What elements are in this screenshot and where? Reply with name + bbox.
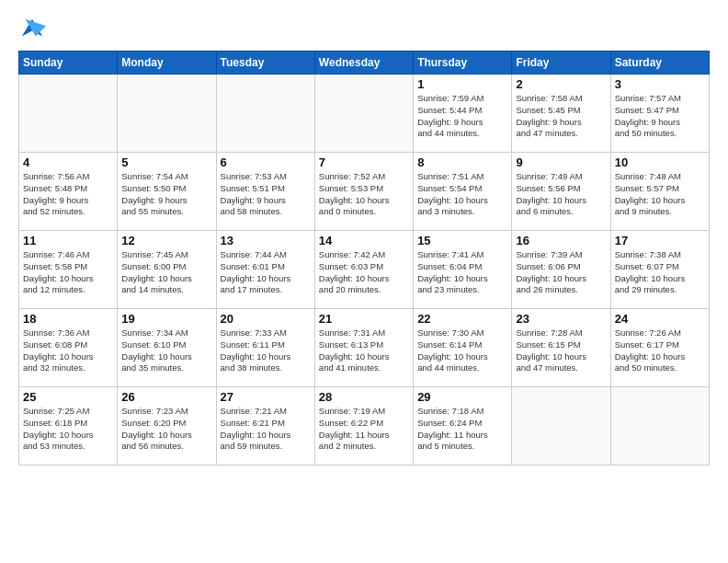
calendar-cell: 2Sunrise: 7:58 AM Sunset: 5:45 PM Daylig…: [512, 75, 610, 153]
day-info: Sunrise: 7:18 AM Sunset: 6:24 PM Dayligh…: [417, 406, 507, 453]
calendar-cell: 22Sunrise: 7:30 AM Sunset: 6:14 PM Dayli…: [414, 309, 512, 387]
calendar-cell: 9Sunrise: 7:49 AM Sunset: 5:56 PM Daylig…: [512, 153, 610, 231]
week-row-2: 4Sunrise: 7:56 AM Sunset: 5:48 PM Daylig…: [19, 153, 710, 231]
day-info: Sunrise: 7:52 AM Sunset: 5:53 PM Dayligh…: [319, 171, 409, 218]
calendar-cell: 13Sunrise: 7:44 AM Sunset: 6:01 PM Dayli…: [216, 231, 314, 309]
day-number: 5: [121, 155, 211, 169]
calendar-cell: 6Sunrise: 7:53 AM Sunset: 5:51 PM Daylig…: [216, 153, 314, 231]
day-number: 16: [516, 234, 606, 247]
week-row-3: 11Sunrise: 7:46 AM Sunset: 5:58 PM Dayli…: [19, 231, 710, 309]
day-info: Sunrise: 7:28 AM Sunset: 6:15 PM Dayligh…: [516, 327, 606, 374]
day-info: Sunrise: 7:41 AM Sunset: 6:04 PM Dayligh…: [417, 249, 507, 296]
day-info: Sunrise: 7:57 AM Sunset: 5:47 PM Dayligh…: [615, 93, 705, 140]
weekday-header-saturday: Saturday: [610, 52, 709, 75]
calendar-cell: 27Sunrise: 7:21 AM Sunset: 6:21 PM Dayli…: [216, 387, 314, 465]
day-number: 20: [221, 312, 311, 326]
weekday-header-thursday: Thursday: [414, 52, 512, 75]
week-row-1: 1Sunrise: 7:59 AM Sunset: 5:44 PM Daylig…: [19, 75, 710, 153]
calendar-cell: 29Sunrise: 7:18 AM Sunset: 6:24 PM Dayli…: [414, 387, 512, 465]
day-info: Sunrise: 7:58 AM Sunset: 5:45 PM Dayligh…: [516, 93, 606, 140]
day-number: 8: [417, 155, 507, 169]
weekday-header-tuesday: Tuesday: [216, 52, 314, 75]
day-number: 6: [221, 155, 311, 169]
day-number: 19: [121, 312, 211, 326]
day-number: 4: [23, 155, 113, 169]
day-number: 25: [23, 390, 113, 404]
day-info: Sunrise: 7:51 AM Sunset: 5:54 PM Dayligh…: [417, 171, 507, 218]
day-info: Sunrise: 7:56 AM Sunset: 5:48 PM Dayligh…: [23, 171, 113, 218]
day-number: 21: [319, 312, 409, 326]
calendar-cell: 14Sunrise: 7:42 AM Sunset: 6:03 PM Dayli…: [314, 231, 413, 309]
logo: [18, 14, 46, 41]
day-number: 15: [417, 234, 507, 247]
day-info: Sunrise: 7:33 AM Sunset: 6:11 PM Dayligh…: [221, 327, 311, 374]
calendar-table: SundayMondayTuesdayWednesdayThursdayFrid…: [18, 51, 710, 465]
day-number: 26: [121, 390, 211, 404]
calendar-cell: 15Sunrise: 7:41 AM Sunset: 6:04 PM Dayli…: [414, 231, 512, 309]
day-number: 11: [23, 234, 113, 247]
calendar-cell: 26Sunrise: 7:23 AM Sunset: 6:20 PM Dayli…: [118, 387, 216, 465]
calendar-cell: 28Sunrise: 7:19 AM Sunset: 6:22 PM Dayli…: [314, 387, 413, 465]
day-number: 28: [319, 390, 409, 404]
calendar-cell: [216, 75, 314, 153]
day-info: Sunrise: 7:34 AM Sunset: 6:10 PM Dayligh…: [121, 327, 211, 374]
calendar-cell: 18Sunrise: 7:36 AM Sunset: 6:08 PM Dayli…: [19, 309, 118, 387]
calendar-cell: [610, 387, 709, 465]
logo-icon: [18, 14, 46, 41]
day-info: Sunrise: 7:45 AM Sunset: 6:00 PM Dayligh…: [121, 249, 211, 296]
day-info: Sunrise: 7:36 AM Sunset: 6:08 PM Dayligh…: [23, 327, 113, 374]
day-number: 22: [417, 312, 507, 326]
day-info: Sunrise: 7:46 AM Sunset: 5:58 PM Dayligh…: [23, 249, 113, 296]
day-info: Sunrise: 7:42 AM Sunset: 6:03 PM Dayligh…: [319, 249, 409, 296]
day-number: 24: [615, 312, 705, 326]
day-number: 3: [615, 77, 705, 91]
week-row-4: 18Sunrise: 7:36 AM Sunset: 6:08 PM Dayli…: [19, 309, 710, 387]
day-number: 1: [417, 77, 507, 91]
calendar-cell: 20Sunrise: 7:33 AM Sunset: 6:11 PM Dayli…: [216, 309, 314, 387]
day-number: 13: [221, 234, 311, 247]
calendar-cell: 10Sunrise: 7:48 AM Sunset: 5:57 PM Dayli…: [610, 153, 709, 231]
day-info: Sunrise: 7:31 AM Sunset: 6:13 PM Dayligh…: [319, 327, 409, 374]
day-info: Sunrise: 7:26 AM Sunset: 6:17 PM Dayligh…: [615, 327, 705, 374]
day-info: Sunrise: 7:19 AM Sunset: 6:22 PM Dayligh…: [319, 406, 409, 453]
weekday-header-monday: Monday: [118, 52, 216, 75]
day-info: Sunrise: 7:59 AM Sunset: 5:44 PM Dayligh…: [417, 93, 507, 140]
calendar-cell: 8Sunrise: 7:51 AM Sunset: 5:54 PM Daylig…: [414, 153, 512, 231]
day-number: 18: [23, 312, 113, 326]
day-info: Sunrise: 7:54 AM Sunset: 5:50 PM Dayligh…: [121, 171, 211, 218]
calendar-cell: [118, 75, 216, 153]
day-number: 7: [319, 155, 409, 169]
calendar-cell: 21Sunrise: 7:31 AM Sunset: 6:13 PM Dayli…: [314, 309, 413, 387]
weekday-header-sunday: Sunday: [19, 52, 118, 75]
calendar-cell: 24Sunrise: 7:26 AM Sunset: 6:17 PM Dayli…: [610, 309, 709, 387]
calendar-cell: 11Sunrise: 7:46 AM Sunset: 5:58 PM Dayli…: [19, 231, 118, 309]
calendar-cell: 7Sunrise: 7:52 AM Sunset: 5:53 PM Daylig…: [314, 153, 413, 231]
calendar-cell: 17Sunrise: 7:38 AM Sunset: 6:07 PM Dayli…: [610, 231, 709, 309]
calendar-cell: [512, 387, 610, 465]
day-info: Sunrise: 7:21 AM Sunset: 6:21 PM Dayligh…: [221, 406, 311, 453]
calendar-cell: [19, 75, 118, 153]
calendar-cell: 1Sunrise: 7:59 AM Sunset: 5:44 PM Daylig…: [414, 75, 512, 153]
day-number: 12: [121, 234, 211, 247]
calendar-cell: 5Sunrise: 7:54 AM Sunset: 5:50 PM Daylig…: [118, 153, 216, 231]
weekday-header-row: SundayMondayTuesdayWednesdayThursdayFrid…: [19, 52, 710, 75]
header: [18, 14, 710, 41]
calendar-cell: 4Sunrise: 7:56 AM Sunset: 5:48 PM Daylig…: [19, 153, 118, 231]
calendar-cell: 25Sunrise: 7:25 AM Sunset: 6:18 PM Dayli…: [19, 387, 118, 465]
day-number: 9: [516, 155, 606, 169]
day-info: Sunrise: 7:38 AM Sunset: 6:07 PM Dayligh…: [615, 249, 705, 296]
day-number: 10: [615, 155, 705, 169]
day-info: Sunrise: 7:23 AM Sunset: 6:20 PM Dayligh…: [121, 406, 211, 453]
day-number: 14: [319, 234, 409, 247]
calendar-cell: 23Sunrise: 7:28 AM Sunset: 6:15 PM Dayli…: [512, 309, 610, 387]
day-info: Sunrise: 7:44 AM Sunset: 6:01 PM Dayligh…: [221, 249, 311, 296]
day-info: Sunrise: 7:53 AM Sunset: 5:51 PM Dayligh…: [221, 171, 311, 218]
calendar-cell: [314, 75, 413, 153]
day-info: Sunrise: 7:49 AM Sunset: 5:56 PM Dayligh…: [516, 171, 606, 218]
calendar-cell: 16Sunrise: 7:39 AM Sunset: 6:06 PM Dayli…: [512, 231, 610, 309]
day-number: 27: [221, 390, 311, 404]
day-number: 23: [516, 312, 606, 326]
day-info: Sunrise: 7:39 AM Sunset: 6:06 PM Dayligh…: [516, 249, 606, 296]
day-number: 2: [516, 77, 606, 91]
day-number: 17: [615, 234, 705, 247]
